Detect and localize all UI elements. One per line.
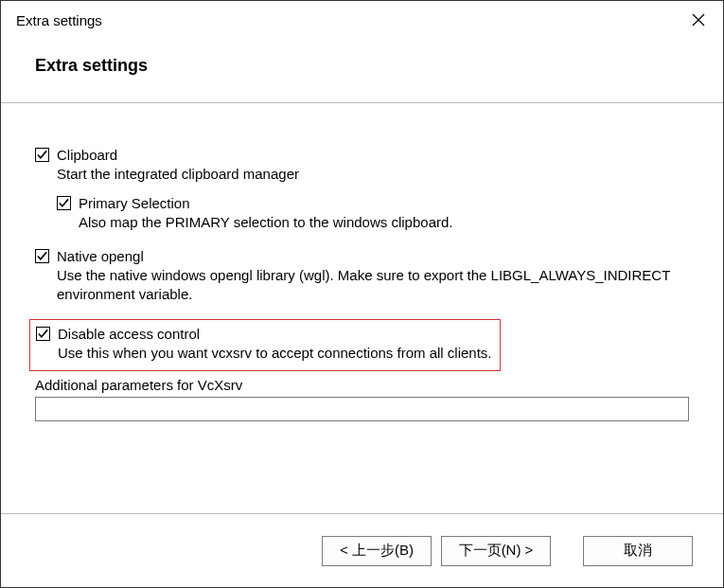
highlight-annotation: Disable access control Use this when you… (29, 319, 501, 371)
primary-checkbox[interactable] (57, 196, 71, 210)
option-disable-access-control: Disable access control Use this when you… (36, 326, 492, 363)
dialog-window: Extra settings Extra settings Clipboard … (0, 0, 724, 588)
dialog-content: Clipboard Start the integrated clipboard… (1, 103, 723, 513)
cancel-button[interactable]: 取消 (583, 536, 693, 566)
next-button[interactable]: 下一页(N) > (441, 536, 551, 566)
page-title: Extra settings (35, 56, 723, 76)
option-native-opengl: Native opengl Use the native windows ope… (35, 248, 689, 305)
access-desc: Use this when you want vcxsrv to accept … (58, 344, 492, 363)
clipboard-desc: Start the integrated clipboard manager (57, 165, 689, 184)
clipboard-checkbox[interactable] (35, 148, 49, 162)
window-title: Extra settings (16, 12, 102, 28)
dialog-header: Extra settings (1, 39, 723, 103)
dialog-footer: < 上一步(B) 下一页(N) > 取消 (1, 513, 723, 587)
titlebar: Extra settings (1, 1, 723, 39)
close-icon (692, 13, 705, 27)
option-row: Native opengl (35, 248, 689, 264)
option-row: Primary Selection (57, 195, 689, 211)
option-clipboard: Clipboard Start the integrated clipboard… (35, 147, 689, 233)
check-icon (38, 329, 48, 339)
access-checkbox[interactable] (36, 327, 50, 341)
access-label: Disable access control (58, 326, 200, 342)
clipboard-label: Clipboard (57, 147, 117, 163)
opengl-desc: Use the native windows opengl library (w… (57, 266, 689, 305)
primary-desc: Also map the PRIMARY selection to the wi… (79, 213, 689, 232)
check-icon (37, 150, 47, 160)
check-icon (37, 251, 47, 261)
primary-label: Primary Selection (79, 195, 190, 211)
additional-params-label: Additional parameters for VcXsrv (35, 377, 689, 393)
opengl-label: Native opengl (57, 248, 144, 264)
opengl-checkbox[interactable] (35, 249, 49, 263)
option-row: Disable access control (36, 326, 492, 342)
check-icon (59, 198, 69, 208)
back-button[interactable]: < 上一步(B) (322, 536, 432, 566)
close-button[interactable] (687, 9, 710, 31)
option-primary-selection: Primary Selection Also map the PRIMARY s… (57, 195, 689, 232)
additional-params-input[interactable] (35, 397, 689, 421)
option-row: Clipboard (35, 147, 689, 163)
